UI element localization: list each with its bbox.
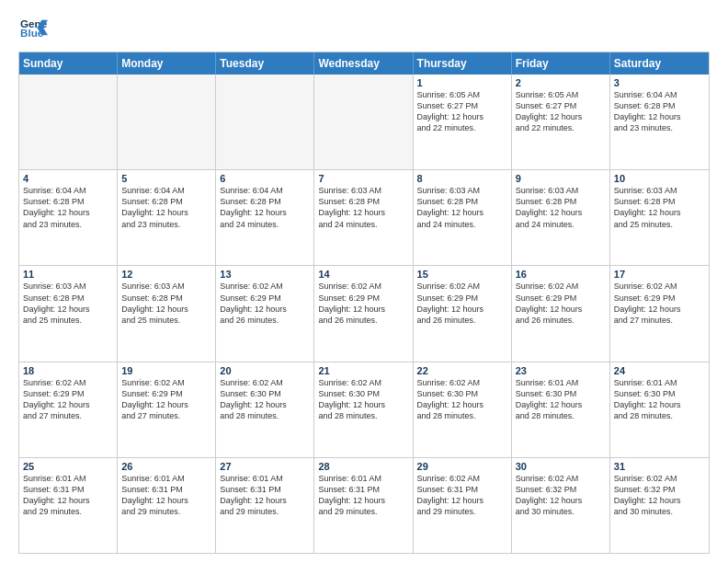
header: General Blue: [18, 17, 710, 42]
day-number: 31: [614, 461, 705, 472]
header-friday: Friday: [512, 52, 610, 75]
cal-cell-10: 10Sunrise: 6:03 AM Sunset: 6:28 PM Dayli…: [610, 170, 709, 265]
cell-info: Sunrise: 6:01 AM Sunset: 6:31 PM Dayligh…: [220, 473, 310, 518]
day-number: 11: [23, 269, 113, 280]
cell-info: Sunrise: 6:02 AM Sunset: 6:31 PM Dayligh…: [417, 473, 507, 518]
week-row-2: 11Sunrise: 6:03 AM Sunset: 6:28 PM Dayli…: [19, 265, 709, 361]
cal-cell-29: 29Sunrise: 6:02 AM Sunset: 6:31 PM Dayli…: [414, 458, 512, 553]
cal-cell-27: 27Sunrise: 6:01 AM Sunset: 6:31 PM Dayli…: [216, 458, 314, 553]
cell-info: Sunrise: 6:02 AM Sunset: 6:30 PM Dayligh…: [318, 377, 408, 422]
cal-cell-empty-0-3: [314, 75, 413, 169]
cal-cell-11: 11Sunrise: 6:03 AM Sunset: 6:28 PM Dayli…: [19, 266, 118, 361]
cal-cell-20: 20Sunrise: 6:02 AM Sunset: 6:30 PM Dayli…: [216, 362, 314, 457]
calendar-body: 1Sunrise: 6:05 AM Sunset: 6:27 PM Daylig…: [19, 75, 709, 553]
day-number: 3: [614, 77, 705, 88]
header-tuesday: Tuesday: [216, 52, 314, 75]
cal-cell-30: 30Sunrise: 6:02 AM Sunset: 6:32 PM Dayli…: [512, 458, 610, 553]
cal-cell-22: 22Sunrise: 6:02 AM Sunset: 6:30 PM Dayli…: [414, 362, 512, 457]
header-monday: Monday: [118, 52, 216, 75]
cell-info: Sunrise: 6:02 AM Sunset: 6:32 PM Dayligh…: [614, 473, 705, 518]
cell-info: Sunrise: 6:05 AM Sunset: 6:27 PM Dayligh…: [516, 89, 606, 134]
day-number: 12: [121, 269, 211, 280]
day-number: 18: [23, 365, 113, 376]
cell-info: Sunrise: 6:04 AM Sunset: 6:28 PM Dayligh…: [121, 185, 211, 230]
day-number: 26: [121, 461, 211, 472]
cell-info: Sunrise: 6:05 AM Sunset: 6:27 PM Dayligh…: [417, 89, 507, 134]
logo: General Blue: [18, 17, 53, 42]
week-row-1: 4Sunrise: 6:04 AM Sunset: 6:28 PM Daylig…: [19, 169, 709, 265]
cell-info: Sunrise: 6:03 AM Sunset: 6:28 PM Dayligh…: [318, 185, 408, 230]
day-number: 25: [23, 461, 113, 472]
day-number: 5: [121, 173, 211, 184]
day-number: 15: [417, 269, 507, 280]
cell-info: Sunrise: 6:03 AM Sunset: 6:28 PM Dayligh…: [23, 281, 113, 326]
cal-cell-24: 24Sunrise: 6:01 AM Sunset: 6:30 PM Dayli…: [610, 362, 709, 457]
day-number: 20: [220, 365, 310, 376]
cell-info: Sunrise: 6:01 AM Sunset: 6:31 PM Dayligh…: [121, 473, 211, 518]
week-row-0: 1Sunrise: 6:05 AM Sunset: 6:27 PM Daylig…: [19, 75, 709, 169]
cell-info: Sunrise: 6:01 AM Sunset: 6:30 PM Dayligh…: [516, 377, 606, 422]
cal-cell-empty-0-2: [216, 75, 314, 169]
cell-info: Sunrise: 6:02 AM Sunset: 6:29 PM Dayligh…: [220, 281, 310, 326]
cell-info: Sunrise: 6:02 AM Sunset: 6:30 PM Dayligh…: [220, 377, 310, 422]
day-number: 7: [318, 173, 408, 184]
header-saturday: Saturday: [610, 52, 709, 75]
logo-icon: General Blue: [20, 17, 48, 39]
day-number: 14: [318, 269, 408, 280]
cal-cell-9: 9Sunrise: 6:03 AM Sunset: 6:28 PM Daylig…: [512, 170, 610, 265]
cell-info: Sunrise: 6:04 AM Sunset: 6:28 PM Dayligh…: [220, 185, 310, 230]
day-number: 30: [516, 461, 606, 472]
header-thursday: Thursday: [414, 52, 512, 75]
day-number: 9: [516, 173, 606, 184]
cell-info: Sunrise: 6:01 AM Sunset: 6:30 PM Dayligh…: [614, 377, 705, 422]
calendar: SundayMondayTuesdayWednesdayThursdayFrid…: [18, 52, 710, 554]
cell-info: Sunrise: 6:02 AM Sunset: 6:29 PM Dayligh…: [318, 281, 408, 326]
day-number: 10: [614, 173, 705, 184]
day-number: 27: [220, 461, 310, 472]
cell-info: Sunrise: 6:02 AM Sunset: 6:29 PM Dayligh…: [516, 281, 606, 326]
cal-cell-8: 8Sunrise: 6:03 AM Sunset: 6:28 PM Daylig…: [414, 170, 512, 265]
cal-cell-18: 18Sunrise: 6:02 AM Sunset: 6:29 PM Dayli…: [19, 362, 118, 457]
week-row-3: 18Sunrise: 6:02 AM Sunset: 6:29 PM Dayli…: [19, 362, 709, 457]
cal-cell-1: 1Sunrise: 6:05 AM Sunset: 6:27 PM Daylig…: [414, 75, 512, 169]
cell-info: Sunrise: 6:03 AM Sunset: 6:28 PM Dayligh…: [417, 185, 507, 230]
cell-info: Sunrise: 6:01 AM Sunset: 6:31 PM Dayligh…: [318, 473, 408, 518]
cal-cell-empty-0-1: [118, 75, 216, 169]
cal-cell-4: 4Sunrise: 6:04 AM Sunset: 6:28 PM Daylig…: [19, 170, 118, 265]
day-number: 13: [220, 269, 310, 280]
cell-info: Sunrise: 6:01 AM Sunset: 6:31 PM Dayligh…: [23, 473, 113, 518]
day-number: 23: [516, 365, 606, 376]
header-wednesday: Wednesday: [314, 52, 413, 75]
cal-cell-26: 26Sunrise: 6:01 AM Sunset: 6:31 PM Dayli…: [118, 458, 216, 553]
cal-cell-19: 19Sunrise: 6:02 AM Sunset: 6:29 PM Dayli…: [118, 362, 216, 457]
cal-cell-12: 12Sunrise: 6:03 AM Sunset: 6:28 PM Dayli…: [118, 266, 216, 361]
cell-info: Sunrise: 6:04 AM Sunset: 6:28 PM Dayligh…: [23, 185, 113, 230]
cell-info: Sunrise: 6:02 AM Sunset: 6:29 PM Dayligh…: [614, 281, 705, 326]
cal-cell-16: 16Sunrise: 6:02 AM Sunset: 6:29 PM Dayli…: [512, 266, 610, 361]
cell-info: Sunrise: 6:02 AM Sunset: 6:30 PM Dayligh…: [417, 377, 507, 422]
day-number: 6: [220, 173, 310, 184]
day-number: 8: [417, 173, 507, 184]
cal-cell-21: 21Sunrise: 6:02 AM Sunset: 6:30 PM Dayli…: [314, 362, 413, 457]
cal-cell-15: 15Sunrise: 6:02 AM Sunset: 6:29 PM Dayli…: [414, 266, 512, 361]
day-number: 17: [614, 269, 705, 280]
cell-info: Sunrise: 6:03 AM Sunset: 6:28 PM Dayligh…: [516, 185, 606, 230]
day-number: 28: [318, 461, 408, 472]
cal-cell-3: 3Sunrise: 6:04 AM Sunset: 6:28 PM Daylig…: [610, 75, 709, 169]
week-row-4: 25Sunrise: 6:01 AM Sunset: 6:31 PM Dayli…: [19, 457, 709, 553]
header-sunday: Sunday: [19, 52, 118, 75]
day-number: 22: [417, 365, 507, 376]
cell-info: Sunrise: 6:02 AM Sunset: 6:29 PM Dayligh…: [121, 377, 211, 422]
cell-info: Sunrise: 6:02 AM Sunset: 6:29 PM Dayligh…: [23, 377, 113, 422]
cell-info: Sunrise: 6:03 AM Sunset: 6:28 PM Dayligh…: [614, 185, 705, 230]
cal-cell-empty-0-0: [19, 75, 118, 169]
cal-cell-25: 25Sunrise: 6:01 AM Sunset: 6:31 PM Dayli…: [19, 458, 118, 553]
cal-cell-6: 6Sunrise: 6:04 AM Sunset: 6:28 PM Daylig…: [216, 170, 314, 265]
cal-cell-23: 23Sunrise: 6:01 AM Sunset: 6:30 PM Dayli…: [512, 362, 610, 457]
day-number: 24: [614, 365, 705, 376]
day-number: 29: [417, 461, 507, 472]
cell-info: Sunrise: 6:02 AM Sunset: 6:32 PM Dayligh…: [516, 473, 606, 518]
cal-cell-28: 28Sunrise: 6:01 AM Sunset: 6:31 PM Dayli…: [314, 458, 413, 553]
cell-info: Sunrise: 6:03 AM Sunset: 6:28 PM Dayligh…: [121, 281, 211, 326]
day-number: 4: [23, 173, 113, 184]
